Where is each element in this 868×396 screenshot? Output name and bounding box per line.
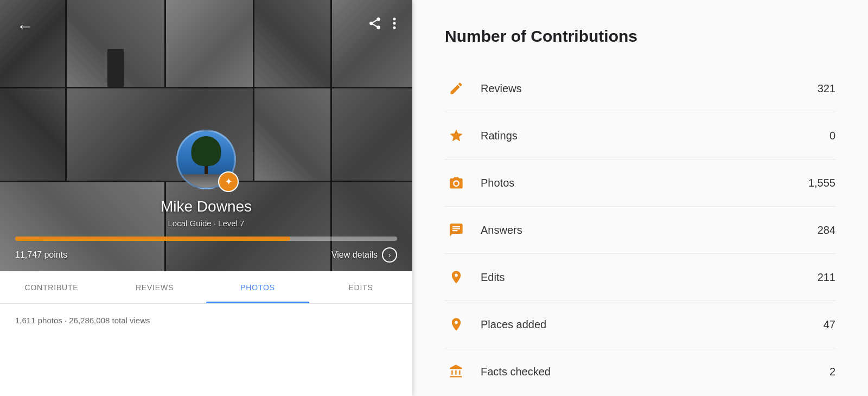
tab-edits[interactable]: EDITS xyxy=(309,271,412,303)
progress-section: 11,747 points View details › xyxy=(15,237,397,263)
more-icon[interactable] xyxy=(393,16,396,34)
back-button[interactable]: ← xyxy=(16,16,34,36)
badge-star-icon: ✦ xyxy=(225,176,233,188)
photos-label: Photos xyxy=(481,177,808,189)
svg-point-7 xyxy=(393,27,396,29)
progress-bar-fill xyxy=(15,237,290,241)
answers-label: Answers xyxy=(481,224,818,237)
progress-bar-background xyxy=(15,237,397,241)
reviews-count: 321 xyxy=(818,82,835,95)
progress-labels: 11,747 points View details › xyxy=(15,247,397,263)
share-icon[interactable] xyxy=(368,16,382,34)
ratings-count: 0 xyxy=(829,130,835,142)
edits-label: Edits xyxy=(481,271,818,284)
svg-line-4 xyxy=(373,20,376,22)
edits-icon xyxy=(445,266,468,289)
profile-section: ✦ Mike Downes Local Guide · Level 7 xyxy=(0,130,412,228)
avatar-container: ✦ xyxy=(176,130,236,189)
svg-point-5 xyxy=(393,18,396,21)
view-details-arrow-icon: › xyxy=(382,247,397,263)
svg-point-0 xyxy=(376,17,380,21)
left-panel: ← ✦ xyxy=(0,0,412,396)
nav-icons-right xyxy=(368,16,396,34)
local-guide-badge: ✦ xyxy=(218,171,239,192)
tab-photos[interactable]: PHOTOS xyxy=(206,271,309,303)
facts-checked-label: Facts checked xyxy=(481,366,829,378)
contribution-item-facts-checked: Facts checked 2 xyxy=(445,348,835,395)
svg-point-6 xyxy=(393,22,396,25)
view-details-button[interactable]: View details › xyxy=(331,247,397,263)
contribution-item-edits: Edits 211 xyxy=(445,254,835,301)
photo-collage: ← ✦ xyxy=(0,0,412,271)
tabs-bar: CONTRIBUTE REVIEWS PHOTOS EDITS xyxy=(0,271,412,304)
answers-icon xyxy=(445,219,468,241)
contributions-title: Number of Contributions xyxy=(445,27,835,46)
profile-name: Mike Downes xyxy=(0,198,412,215)
places-added-label: Places added xyxy=(481,318,824,331)
ratings-label: Ratings xyxy=(481,130,829,142)
ratings-icon xyxy=(445,124,468,147)
contribution-item-reviews: Reviews 321 xyxy=(445,65,835,112)
contribution-item-answers: Answers 284 xyxy=(445,207,835,254)
tab-contribute[interactable]: CONTRIBUTE xyxy=(0,271,103,303)
profile-subtitle: Local Guide · Level 7 xyxy=(0,219,412,228)
view-details-label: View details xyxy=(331,250,378,260)
contribution-item-photos: Photos 1,555 xyxy=(445,159,835,207)
facts-checked-icon xyxy=(445,360,468,383)
svg-line-3 xyxy=(373,24,376,27)
places-added-icon xyxy=(445,313,468,336)
stats-text: 1,611 photos · 26,286,008 total views xyxy=(15,316,150,325)
svg-point-8 xyxy=(455,182,458,186)
answers-count: 284 xyxy=(818,224,835,237)
stats-bar: 1,611 photos · 26,286,008 total views xyxy=(0,304,412,337)
right-panel: Number of Contributions Reviews 321 Rati… xyxy=(412,0,868,396)
contribution-item-places-added: Places added 47 xyxy=(445,301,835,348)
facts-checked-count: 2 xyxy=(829,366,835,378)
svg-point-1 xyxy=(369,22,373,25)
contribution-item-ratings: Ratings 0 xyxy=(445,112,835,159)
svg-point-2 xyxy=(376,25,380,29)
places-added-count: 47 xyxy=(824,318,835,331)
contribution-list: Reviews 321 Ratings 0 Photos 1,555 xyxy=(445,65,835,395)
reviews-label: Reviews xyxy=(481,82,818,95)
points-label: 11,747 points xyxy=(15,250,67,260)
edits-count: 211 xyxy=(818,271,835,284)
photos-count: 1,555 xyxy=(808,177,835,189)
reviews-icon xyxy=(445,77,468,100)
photos-icon xyxy=(445,171,468,194)
tab-reviews[interactable]: REVIEWS xyxy=(103,271,206,303)
